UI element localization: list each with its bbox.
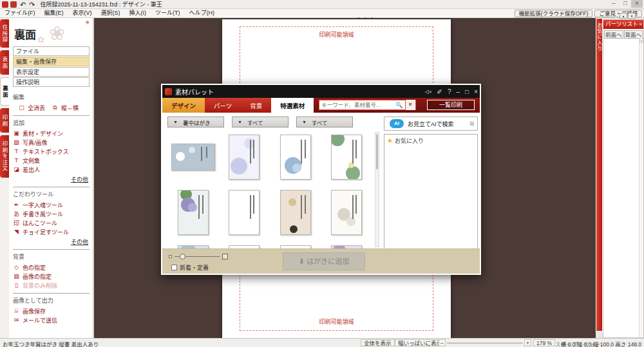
sidebar-item-メールで送信[interactable]: ✉メールで送信	[13, 315, 90, 324]
page-title: 裏面	[14, 26, 36, 42]
sidebar-item-手書き風ツール[interactable]: あ手書き風ツール	[13, 209, 90, 218]
sidebar-nav-1[interactable]: 編集・画像保存	[13, 57, 90, 66]
filter-dropdown-2[interactable]: ▼すべて	[296, 117, 353, 127]
tab-背景[interactable]: 背景	[241, 98, 271, 113]
sidebar-item-はんこツール[interactable]: 印はんこツール	[13, 218, 90, 227]
filter-dropdown-1[interactable]: ▼すべて	[232, 117, 289, 127]
menu-item-1[interactable]: 編集(E)	[40, 9, 68, 17]
sidebar-tab-印刷[interactable]: 印刷	[0, 108, 9, 133]
dialog-titlebar[interactable]: 素材パレット ◁× ✐ ? – □ ×	[162, 85, 480, 98]
sidebar-item-チョイ足すツール[interactable]: ◥チョイ足すツール	[13, 227, 90, 236]
thumbnail-motif	[331, 135, 344, 146]
menu-item-2[interactable]: 表示(V)	[68, 9, 97, 17]
tab-特選素材[interactable]: 特選素材	[271, 98, 314, 113]
zoom-slider[interactable]	[447, 342, 523, 344]
redo-icon[interactable]: ↷	[29, 1, 35, 8]
sidebar-tab-印刷を注文[interactable]: 印刷を注文	[0, 135, 9, 178]
dialog-maximize-button[interactable]: □	[465, 88, 469, 95]
material-thumbnail-1[interactable]	[171, 144, 215, 171]
sidebar-nav-0[interactable]: ファイル	[13, 46, 90, 56]
sidebar-item-差出人[interactable]: ◪差出人	[13, 165, 90, 174]
sidebar-item-文例集[interactable]: T文例集	[13, 156, 90, 165]
写真/画像-icon: ▨	[13, 139, 20, 145]
scroll-up-icon[interactable]: ∧	[639, 38, 643, 43]
sidebar-item-画像の指定[interactable]: ▨画像の指定	[13, 272, 90, 281]
slider-thumb[interactable]	[180, 254, 185, 259]
sidebar-item-全消去[interactable]: ▢全消去	[18, 103, 45, 112]
close-button[interactable]: ×	[631, 0, 643, 8]
sidebar-item-縦⇔横[interactable]: ⧉縦⇔横	[52, 103, 79, 112]
menu-right-button-0[interactable]: 機能拡張(クラウド保存OFF)	[515, 10, 593, 17]
more-link[interactable]: その他	[13, 238, 90, 246]
maximize-button[interactable]: □	[620, 0, 631, 8]
material-thumbnail-4[interactable]	[331, 135, 362, 180]
pen-icon[interactable]: ✐	[437, 88, 442, 95]
favorites-side-strip[interactable]: お気に入り	[596, 18, 603, 332]
parts-button-0[interactable]: 前面へ	[604, 30, 623, 39]
menu-item-5[interactable]: ツール(T)	[151, 9, 185, 17]
section-4: 画像として出力⌸画像保存✉メールで送信	[9, 294, 93, 326]
tab-デザイン[interactable]: デザイン	[162, 98, 205, 113]
dialog-close-button[interactable]: ×	[474, 88, 478, 95]
filter-dropdown-0[interactable]: ▼暑中はがき	[167, 117, 224, 127]
thumbnail-size-slider[interactable]	[169, 254, 228, 259]
new-standard-filter[interactable]: 新着・定番	[171, 263, 209, 272]
checkbox[interactable]	[171, 265, 177, 270]
collapse-panel-icon[interactable]: »	[639, 20, 642, 28]
zoom-out-button[interactable]: −	[439, 339, 446, 346]
sidebar-item-写真/画像[interactable]: ▨写真/画像	[13, 138, 90, 147]
thumbnail-motif	[290, 225, 298, 233]
menu-item-6[interactable]: ヘルプ(H)	[185, 9, 220, 17]
search-input[interactable]	[319, 102, 395, 108]
fit-width-button[interactable]: 幅いっぱいに表示	[395, 339, 445, 346]
mute-icon[interactable]: ◁×	[425, 89, 432, 95]
settings-gear-icon[interactable]: ✳	[85, 19, 90, 26]
ai-search-button[interactable]: AI お見立てAIで検索 ⧉	[384, 117, 478, 131]
sidebar-tab-住所録[interactable]: 住所録	[0, 19, 9, 48]
parts-scrollbar[interactable]: ∧	[639, 38, 643, 337]
search-icon[interactable]: 🔍	[395, 102, 404, 108]
print-list-button[interactable]: 一覧印刷	[427, 100, 475, 110]
thumbnail-cell	[219, 243, 270, 249]
sidebar-item-画像保存[interactable]: ⌸画像保存	[13, 306, 90, 315]
sidebar-item-色の指定[interactable]: ◇色の指定	[13, 263, 90, 272]
add-to-postcard-button[interactable]: ⬇ はがきに追加	[283, 252, 365, 270]
help-icon[interactable]: ?	[448, 88, 451, 95]
grid-scroll-thumb[interactable]	[376, 134, 378, 169]
menu-item-0[interactable]: ファイル(F)	[0, 9, 40, 17]
flower-watermark-icon: ❀	[49, 22, 65, 44]
sidebar-item-テキストボックス[interactable]: Tテキストボックス	[13, 147, 90, 156]
undo-icon[interactable]: ↶	[20, 1, 26, 8]
slider-track[interactable]	[175, 256, 220, 257]
more-link[interactable]: その他	[13, 175, 90, 183]
zoom-in-button[interactable]: +	[524, 339, 531, 346]
material-thumbnail-2[interactable]	[229, 135, 260, 180]
sidebar-nav-3[interactable]: 操作説明	[13, 77, 90, 87]
sidebar-nav-2[interactable]: 表示設定	[13, 67, 90, 77]
view-all-button[interactable]: 全体を表示	[361, 339, 395, 346]
sidebar-tab-裏面[interactable]: 裏面	[0, 77, 9, 106]
app-icon	[2, 1, 8, 8]
チョイ足すツール-icon: ◥	[13, 229, 20, 235]
scroll-down-button[interactable]: ▼	[628, 13, 636, 19]
material-thumbnail-3[interactable]	[280, 135, 311, 180]
material-thumbnail-8[interactable]	[331, 190, 362, 235]
menu-item-3[interactable]: 選択(S)	[97, 9, 125, 17]
sidebar-item-一字入魂ツール[interactable]: ✒一字入魂ツール	[13, 200, 90, 209]
menu-item-4[interactable]: 挿入(I)	[125, 9, 151, 17]
material-thumbnail-6[interactable]	[229, 190, 260, 235]
sidebar-tab-表面[interactable]: 表面	[0, 50, 9, 75]
window-title: 住所録2025-11-13-154231.fzd : デザイン - 筆王	[40, 0, 162, 8]
save-icon[interactable]	[10, 1, 17, 8]
sidebar-item-素材・デザイン[interactable]: ▣素材・デザイン	[13, 129, 90, 138]
material-palette-dialog: 素材パレット ◁× ✐ ? – □ × デザインパーツ背景特選素材 🔍 × 一覧…	[161, 84, 481, 275]
scroll-up-button[interactable]: ▲	[620, 13, 627, 19]
material-thumbnail-5[interactable]	[178, 190, 209, 235]
minimize-button[interactable]: –	[608, 0, 620, 8]
tab-パーツ[interactable]: パーツ	[205, 98, 241, 113]
search-clear-button[interactable]: ×	[405, 100, 415, 110]
dialog-minimize-button[interactable]: –	[457, 88, 460, 95]
section-items: ▢全消去⧉縦⇔横	[13, 103, 90, 112]
material-thumbnail-7[interactable]	[280, 190, 311, 235]
grid-scrollbar[interactable]	[375, 132, 379, 247]
